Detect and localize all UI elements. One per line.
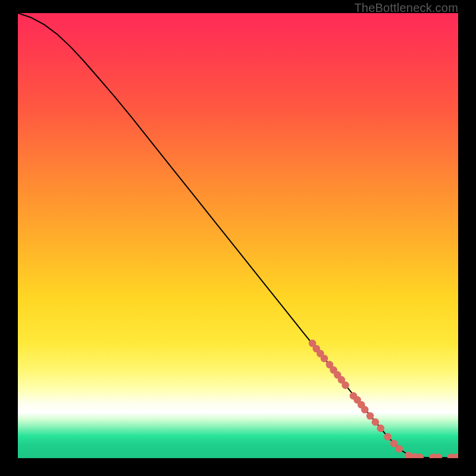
data-point [430, 453, 437, 458]
data-point [411, 453, 418, 458]
data-point [353, 396, 361, 404]
data-point [377, 425, 384, 433]
data-point [405, 452, 412, 458]
curve-overlay [18, 13, 458, 458]
data-point [434, 453, 442, 458]
plot-area [18, 13, 458, 458]
data-point [321, 355, 328, 362]
data-point [453, 453, 458, 458]
data-point [338, 376, 346, 384]
data-point [390, 440, 398, 447]
data-point [326, 361, 334, 369]
data-point [309, 340, 317, 347]
data-point [334, 371, 342, 379]
data-point [317, 350, 324, 358]
bottleneck-curve [18, 13, 458, 458]
chart-stage: TheBottleneck.com [0, 0, 476, 476]
data-point [384, 433, 392, 441]
data-point [396, 445, 403, 453]
data-point [361, 406, 369, 414]
data-point [342, 381, 349, 389]
data-point [350, 392, 358, 400]
data-point [367, 412, 374, 420]
data-point [416, 453, 424, 458]
data-point [447, 453, 455, 458]
data-point [312, 345, 320, 353]
data-point [372, 418, 380, 426]
data-point [330, 367, 337, 374]
data-point [358, 401, 365, 409]
